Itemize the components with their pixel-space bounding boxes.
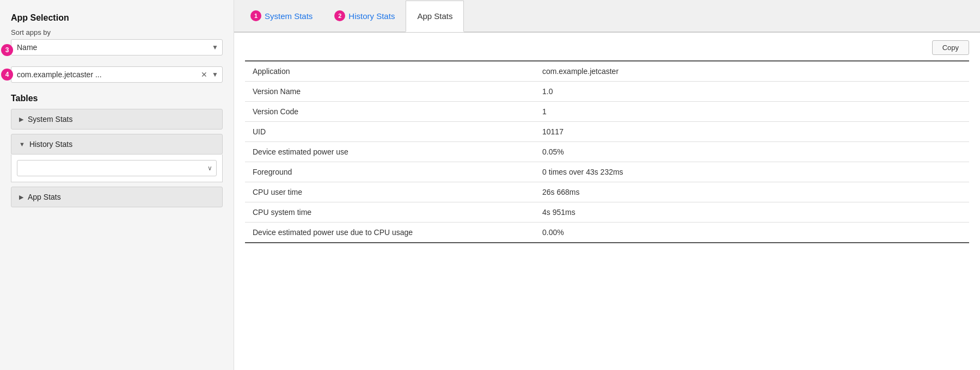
history-stats-label: History Stats [29,140,72,149]
table-row: CPU system time4s 951ms [245,202,969,223]
table-row: UID10117 [245,122,969,142]
stat-key: CPU user time [245,182,535,202]
app-select-wrapper: com.example.jetcaster ... ✕ ▼ [11,66,223,83]
table-row: Version Name1.0 [245,82,969,102]
stat-key: Device estimated power use due to CPU us… [245,223,535,243]
stat-key: Version Code [245,102,535,122]
stat-value: 0 times over 43s 232ms [535,162,969,182]
stat-value: 4s 951ms [535,202,969,223]
stats-table: Applicationcom.example.jetcasterVersion … [245,60,969,243]
app-stats-label: App Stats [28,193,61,201]
table-row: Version Code1 [245,102,969,122]
content-area: Copy Applicationcom.example.jetcasterVer… [234,33,980,370]
table-row: Device estimated power use0.05% [245,142,969,162]
table-row: CPU user time26s 668ms [245,182,969,202]
tab-system-stats[interactable]: 1 System Stats [240,0,323,32]
table-group-header-app-stats[interactable]: ▶ App Stats [11,187,223,207]
stat-key: Foreground [245,162,535,182]
tab-app-stats-label: App Stats [417,11,452,21]
stat-key: Device estimated power use [245,142,535,162]
table-group-history-stats: ▼ History Stats ∨ [11,134,223,182]
tab-badge-1: 1 [250,10,261,21]
stat-value: 10117 [535,122,969,142]
main-content: 1 System Stats 2 History Stats App Stats… [234,0,980,370]
table-group-header-system-stats[interactable]: ▶ System Stats [11,109,223,130]
tab-app-stats[interactable]: App Stats [406,1,464,32]
table-group-app-stats: ▶ App Stats [11,187,223,207]
copy-row: Copy [245,40,969,55]
stat-key: CPU system time [245,202,535,223]
sort-select[interactable]: Name Package UID [11,39,223,55]
badge-3: 3 [1,44,13,56]
app-select[interactable]: com.example.jetcaster ... [11,66,223,83]
tables-title: Tables [11,94,223,103]
sort-label: Sort apps by [11,28,223,36]
tab-badge-2: 2 [334,10,345,21]
table-group-header-history-stats[interactable]: ▼ History Stats [11,134,223,155]
history-stats-content: ∨ [11,155,223,182]
system-stats-label: System Stats [28,115,72,124]
chevron-down-icon: ▼ [19,141,25,147]
badge-4: 4 [1,69,13,81]
sidebar: App Selection Sort apps by 3 Name Packag… [0,0,234,370]
stat-value: 1.0 [535,82,969,102]
stat-value: 26s 668ms [535,182,969,202]
tab-history-stats[interactable]: 2 History Stats [323,0,406,32]
copy-button[interactable]: Copy [932,40,969,55]
app-select-clear-icon[interactable]: ✕ [201,71,207,78]
sidebar-title: App Selection [11,13,223,23]
table-row: Device estimated power use due to CPU us… [245,223,969,243]
sort-select-wrapper: Name Package UID ▼ [11,39,223,55]
stat-key: Version Name [245,82,535,102]
history-sub-select-wrapper: ∨ [17,160,217,176]
stat-value: 0.00% [535,223,969,243]
stat-value: 1 [535,102,969,122]
chevron-right-icon: ▶ [19,116,23,123]
tabs-bar: 1 System Stats 2 History Stats App Stats [234,0,980,33]
tab-system-stats-label: System Stats [265,11,313,21]
stat-key: Application [245,61,535,82]
table-group-system-stats: ▶ System Stats [11,109,223,130]
stat-value: com.example.jetcaster [535,61,969,82]
table-row: Applicationcom.example.jetcaster [245,61,969,82]
history-sub-select[interactable] [17,160,217,176]
chevron-right-icon-app: ▶ [19,194,23,201]
table-row: Foreground0 times over 43s 232ms [245,162,969,182]
stat-value: 0.05% [535,142,969,162]
tab-history-stats-label: History Stats [348,11,395,21]
stat-key: UID [245,122,535,142]
